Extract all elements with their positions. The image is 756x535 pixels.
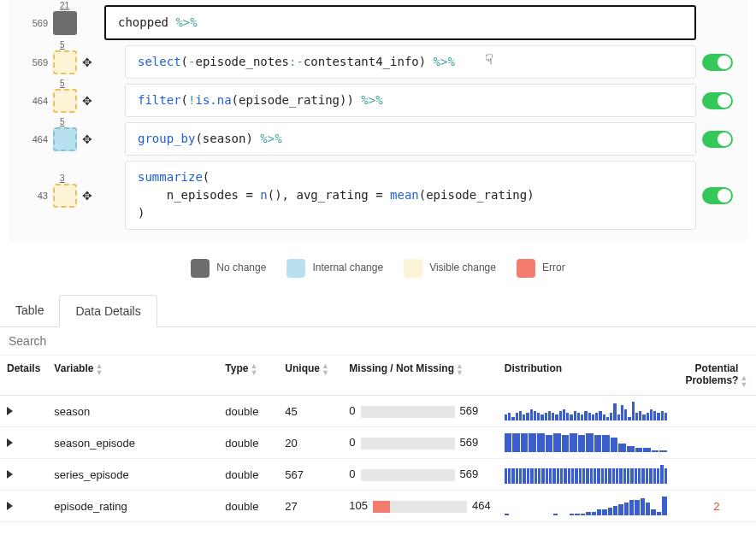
- variable-name: season_episode: [47, 427, 218, 459]
- swatch-visible: [404, 259, 422, 278]
- table-row: seasondouble450569: [0, 396, 756, 427]
- variable-type: double: [218, 396, 278, 427]
- code-cell[interactable]: group_by(season) %>%: [125, 122, 696, 156]
- pipeline-step: 56921chopped %>%: [17, 5, 739, 40]
- problems-count: [677, 427, 756, 459]
- legend-error: Error: [517, 259, 565, 278]
- data-thumb[interactable]: [53, 11, 77, 35]
- col-count: 21: [60, 1, 69, 10]
- variable-type: double: [218, 427, 278, 459]
- tab-data-details[interactable]: Data Details: [59, 295, 157, 327]
- expand-icon[interactable]: [7, 438, 13, 447]
- missing-cell: 105464: [342, 491, 497, 522]
- swatch-no-change: [191, 259, 210, 278]
- unique-count: 20: [278, 427, 342, 459]
- row-count: 464: [17, 134, 53, 144]
- tab-table[interactable]: Table: [0, 295, 59, 326]
- data-thumb[interactable]: [53, 184, 77, 208]
- col-count: 5: [60, 117, 65, 126]
- table-row: series_episodedouble5670569: [0, 459, 756, 491]
- table-row: season_episodedouble200569: [0, 427, 756, 459]
- sort-icon[interactable]: ▲▼: [740, 374, 747, 388]
- step-toggle[interactable]: [702, 92, 733, 109]
- variable-name: series_episode: [47, 459, 218, 491]
- variable-type: double: [218, 459, 278, 491]
- thumb-col: 21: [53, 11, 104, 35]
- toggle-col: [696, 54, 739, 71]
- thumb-col: 3✥: [53, 184, 104, 208]
- thumb-col: 5✥: [53, 50, 104, 74]
- toggle-col: [696, 131, 739, 148]
- data-thumb[interactable]: [53, 89, 77, 113]
- variable-type: double: [218, 491, 278, 522]
- search-input[interactable]: [9, 334, 747, 348]
- col-unique[interactable]: Unique▲▼: [278, 356, 342, 396]
- unique-count: 567: [278, 459, 342, 491]
- col-count: 5: [60, 40, 65, 50]
- pipeline-container: 56921chopped %>%5695✥select(-episode_not…: [9, 0, 747, 242]
- problems-count: [677, 459, 756, 491]
- sort-icon[interactable]: ▲▼: [322, 362, 329, 376]
- data-details-table: Details Variable▲▼ Type▲▼ Unique▲▼ Missi…: [0, 356, 756, 522]
- search-row: [0, 327, 756, 356]
- sort-icon[interactable]: ▲▼: [250, 362, 257, 376]
- missing-cell: 0569: [342, 459, 497, 491]
- col-problems[interactable]: Potential Problems?▲▼: [677, 356, 756, 396]
- col-count: 3: [60, 173, 65, 183]
- move-handle-icon[interactable]: ✥: [82, 94, 92, 108]
- row-count: 43: [17, 191, 53, 201]
- legend-no-change: No change: [191, 259, 266, 278]
- table-row: episode_ratingdouble271054642: [0, 491, 756, 522]
- swatch-internal: [286, 259, 305, 278]
- move-handle-icon[interactable]: ✥: [82, 56, 92, 69]
- row-count: 464: [17, 96, 53, 106]
- variable-name: episode_rating: [47, 491, 218, 522]
- problems-count: [677, 396, 756, 427]
- sort-icon[interactable]: ▲▼: [456, 362, 464, 376]
- thumb-col: 5✥: [53, 127, 104, 151]
- pipeline-step: 4645✥group_by(season) %>%: [17, 122, 739, 156]
- data-thumb[interactable]: [53, 50, 77, 74]
- missing-cell: 0569: [342, 396, 497, 427]
- data-thumb[interactable]: [53, 127, 77, 151]
- move-handle-icon[interactable]: ✥: [82, 189, 92, 203]
- expand-icon[interactable]: [7, 407, 13, 415]
- col-missing[interactable]: Missing / Not Missing▲▼: [342, 356, 497, 396]
- pipeline-step: 4645✥filter(!is.na(episode_rating)) %>%: [17, 84, 739, 117]
- cursor-icon: ☟: [485, 50, 493, 70]
- row-count: 569: [17, 57, 53, 68]
- col-type[interactable]: Type▲▼: [218, 356, 278, 396]
- col-details: Details: [0, 356, 47, 396]
- problems-count: 2: [677, 491, 756, 522]
- code-cell[interactable]: filter(!is.na(episode_rating)) %>%: [125, 84, 696, 117]
- sort-icon[interactable]: ▲▼: [95, 362, 103, 376]
- step-toggle[interactable]: [702, 131, 733, 148]
- thumb-col: 5✥: [53, 89, 104, 113]
- unique-count: 45: [278, 396, 342, 427]
- tabs: Table Data Details: [0, 295, 756, 327]
- toggle-col: [696, 187, 739, 204]
- code-cell[interactable]: chopped %>%: [104, 5, 696, 40]
- move-handle-icon[interactable]: ✥: [82, 132, 92, 146]
- variable-name: season: [47, 396, 218, 427]
- legend-internal: Internal change: [286, 259, 383, 278]
- step-toggle[interactable]: [702, 187, 733, 204]
- col-distribution: Distribution: [498, 356, 677, 396]
- step-toggle[interactable]: [702, 54, 733, 71]
- legend-visible: Visible change: [404, 259, 496, 278]
- swatch-error: [517, 259, 535, 278]
- distribution-cell: [498, 459, 677, 491]
- expand-icon[interactable]: [7, 502, 13, 510]
- col-variable[interactable]: Variable▲▼: [47, 356, 218, 396]
- distribution-cell: [498, 396, 677, 427]
- toggle-col: [696, 92, 739, 109]
- code-cell[interactable]: select(-episode_notes:-contestant4_info)…: [125, 45, 696, 79]
- code-cell[interactable]: summarize( n_episodes = n(), avg_rating …: [125, 161, 696, 230]
- col-count: 5: [60, 79, 65, 88]
- expand-icon[interactable]: [7, 470, 13, 479]
- row-count: 569: [17, 18, 53, 28]
- missing-cell: 0569: [342, 427, 497, 459]
- pipeline-step: 5695✥select(-episode_notes:-contestant4_…: [17, 45, 739, 79]
- pipeline-step: 433✥summarize( n_episodes = n(), avg_rat…: [17, 161, 739, 230]
- distribution-cell: [498, 491, 677, 522]
